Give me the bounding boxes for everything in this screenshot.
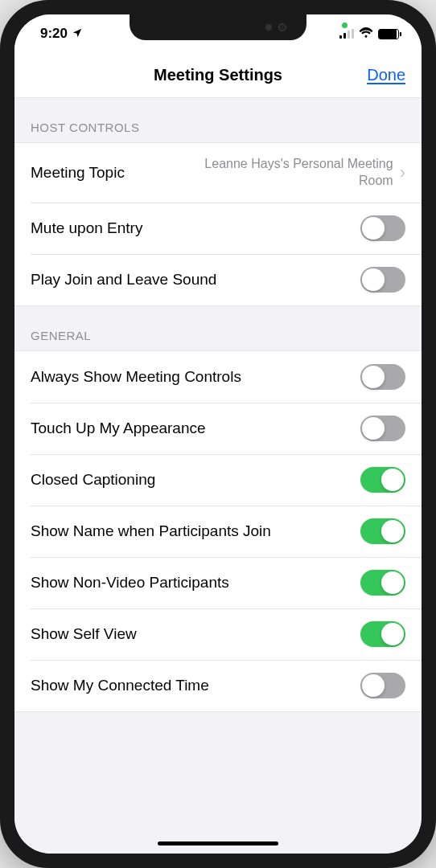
row-show-nonvideo: Show Non-Video Participants [14, 557, 422, 608]
page-title: Meeting Settings [154, 66, 282, 84]
row-meeting-topic[interactable]: Meeting Topic Leanne Hays's Personal Mee… [14, 143, 422, 203]
toggle-mute-upon-entry[interactable] [360, 215, 405, 241]
row-show-name: Show Name when Participants Join [14, 506, 422, 557]
row-label: Show Name when Participants Join [31, 522, 360, 540]
row-label: Show Non-Video Participants [31, 574, 360, 592]
row-label: Play Join and Leave Sound [31, 271, 360, 289]
cellular-signal-icon [339, 29, 354, 39]
row-label: Touch Up My Appearance [31, 420, 360, 437]
battery-icon [378, 29, 399, 39]
toggle-show-name[interactable] [360, 518, 405, 544]
row-label: Closed Captioning [31, 471, 360, 489]
row-value: Leanne Hays's Personal Meeting Room [187, 156, 393, 190]
row-touch-up: Touch Up My Appearance [14, 403, 422, 454]
row-label: Show Self View [31, 625, 360, 643]
row-label: Mute upon Entry [31, 219, 360, 237]
row-mute-upon-entry: Mute upon Entry [14, 203, 422, 254]
home-indicator[interactable] [158, 841, 278, 845]
navigation-header: Meeting Settings Done [14, 53, 422, 98]
chevron-right-icon: › [400, 162, 405, 183]
toggle-show-selfview[interactable] [360, 621, 405, 647]
toggle-play-join-leave[interactable] [360, 267, 405, 293]
toggle-closed-caption[interactable] [360, 467, 405, 493]
wifi-icon [359, 27, 373, 41]
row-show-selfview: Show Self View [14, 608, 422, 660]
row-show-connected-time: Show My Connected Time [14, 660, 422, 711]
camera-indicator-icon [342, 23, 348, 28]
row-label: Always Show Meeting Controls [31, 368, 360, 386]
row-label: Meeting Topic [31, 164, 187, 182]
toggle-show-connected-time[interactable] [360, 673, 405, 698]
row-always-show-controls: Always Show Meeting Controls [14, 351, 422, 403]
toggle-always-show-controls[interactable] [360, 364, 405, 390]
done-button[interactable]: Done [367, 66, 405, 84]
section-header-host-controls: HOST CONTROLS [14, 98, 422, 142]
toggle-touch-up[interactable] [360, 416, 405, 441]
location-services-icon [72, 27, 83, 41]
toggle-show-nonvideo[interactable] [360, 570, 405, 596]
row-label: Show My Connected Time [31, 677, 360, 694]
row-closed-caption: Closed Captioning [14, 454, 422, 506]
status-time: 9:20 [40, 26, 68, 42]
section-header-general: GENERAL [14, 306, 422, 350]
row-play-join-leave: Play Join and Leave Sound [14, 254, 422, 305]
